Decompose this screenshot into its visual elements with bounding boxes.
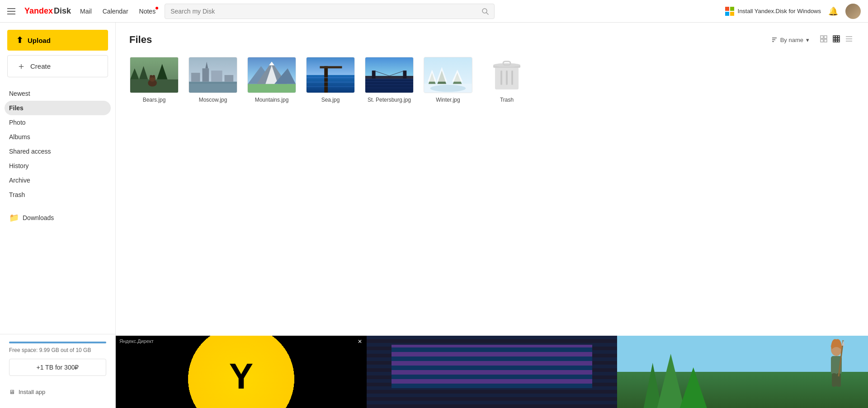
logo-yandex: Yandex: [24, 6, 53, 16]
svg-rect-51: [307, 86, 354, 87]
sidebar-item-shared[interactable]: Shared access: [0, 144, 115, 159]
moscow-thumbnail-svg: [189, 57, 237, 93]
svg-rect-16: [835, 40, 837, 42]
file-item[interactable]: Winter.jpg: [423, 57, 473, 103]
file-item[interactable]: Sea.jpg: [306, 57, 355, 103]
svg-rect-35: [225, 75, 234, 82]
install-app-icon: 🖥: [9, 389, 15, 395]
create-button[interactable]: ＋ Create: [7, 55, 108, 77]
svg-rect-6: [824, 36, 827, 38]
file-item-trash[interactable]: Trash: [482, 57, 532, 103]
file-item[interactable]: Mountains.jpg: [247, 57, 297, 103]
svg-rect-13: [835, 38, 837, 40]
sidebar-item-newest[interactable]: Newest: [0, 86, 115, 101]
logo[interactable]: Yandex Disk: [24, 6, 71, 16]
sidebar-item-albums[interactable]: Albums: [0, 130, 115, 144]
svg-marker-87: [680, 367, 707, 408]
svg-point-71: [430, 85, 466, 92]
svg-point-28: [150, 75, 152, 78]
upgrade-button[interactable]: +1 TB for 300₽: [9, 359, 106, 376]
sidebar-item-photo[interactable]: Photo: [0, 115, 115, 130]
file-name: Moscow.jpg: [199, 97, 227, 103]
svg-rect-81: [832, 373, 836, 387]
large-grid-icon: [820, 35, 827, 42]
game-character-icon: [818, 336, 854, 408]
nav-calendar[interactable]: Calendar: [103, 8, 128, 15]
svg-line-1: [486, 13, 488, 14]
ad-banner-3: Яндекс.Директ ✕: [617, 336, 868, 408]
folders-section: 📁 Downloads: [0, 209, 115, 226]
sidebar-item-files[interactable]: Files: [0, 101, 115, 115]
file-name: Trash: [500, 97, 514, 103]
ad-banner-1: Яндекс.Директ ✕ Y: [116, 336, 367, 408]
logo-disk: Disk: [54, 6, 71, 16]
svg-rect-8: [824, 39, 827, 42]
file-name: Mountains.jpg: [255, 97, 289, 103]
sort-arrow: ▾: [806, 37, 809, 43]
stpetersburg-thumbnail-svg: [365, 57, 413, 93]
svg-rect-11: [838, 36, 840, 38]
file-thumbnail: [424, 57, 472, 93]
install-windows-button[interactable]: Install Yandex.Disk for Windows: [725, 7, 821, 16]
install-app-link[interactable]: 🖥 Install app: [0, 383, 115, 401]
trash-icon-container: [482, 57, 531, 93]
svg-rect-5: [821, 36, 823, 38]
top-nav: Mail Calendar Notes: [80, 8, 156, 15]
small-grid-btn[interactable]: [831, 33, 842, 46]
svg-rect-55: [372, 70, 376, 79]
file-thumbnail: [365, 57, 414, 93]
bears-thumbnail-svg: [130, 57, 178, 93]
ad-banner-2: Яндекс.Директ ✕: [367, 336, 618, 408]
file-item[interactable]: Moscow.jpg: [188, 57, 238, 103]
upload-arrow-icon: ⬆: [16, 35, 23, 45]
main-content: Files By name ▾: [116, 23, 868, 408]
install-label: Install Yandex.Disk for Windows: [738, 8, 821, 14]
svg-rect-7: [821, 39, 823, 42]
svg-rect-34: [211, 70, 222, 82]
svg-rect-17: [838, 40, 840, 42]
file-name: Winter.jpg: [436, 97, 460, 103]
sidebar-item-trash[interactable]: Trash: [0, 188, 115, 202]
search-input[interactable]: [170, 8, 481, 15]
folder-icon: 📁: [9, 213, 19, 223]
trash-icon: [493, 59, 520, 91]
large-grid-btn[interactable]: [818, 33, 829, 46]
svg-rect-14: [838, 38, 840, 40]
plus-icon: ＋: [17, 60, 26, 72]
app-header: Yandex Disk Mail Calendar Notes Install …: [0, 0, 868, 23]
folder-downloads[interactable]: 📁 Downloads: [0, 209, 115, 226]
content-header: Files By name ▾: [129, 33, 854, 46]
file-thumbnail: [130, 57, 179, 93]
svg-rect-50: [307, 82, 354, 83]
svg-rect-76: [506, 70, 508, 85]
sidebar-item-history[interactable]: History: [0, 159, 115, 173]
list-view-btn[interactable]: [844, 33, 854, 46]
sort-button[interactable]: By name ▾: [768, 35, 813, 45]
svg-rect-37: [189, 84, 237, 93]
ad-close-1[interactable]: ✕: [356, 338, 364, 346]
nav-notes[interactable]: Notes: [139, 8, 156, 15]
file-name: St. Petersburg.jpg: [368, 97, 411, 103]
svg-rect-9: [833, 36, 835, 38]
avatar[interactable]: [845, 4, 861, 19]
view-toggle: [818, 33, 854, 46]
file-item[interactable]: St. Petersburg.jpg: [364, 57, 414, 103]
page-title: Files: [129, 34, 152, 46]
sort-icon: [771, 37, 778, 42]
notifications-bell[interactable]: 🔔: [828, 6, 838, 16]
ad-section: Яндекс.Директ ✕ Y Яндекс.Директ ✕ Яндекс…: [116, 336, 868, 408]
sea-thumbnail-svg: [307, 57, 354, 93]
sidebar-item-archive[interactable]: Archive: [0, 173, 115, 188]
hamburger-menu[interactable]: [7, 8, 15, 14]
svg-rect-49: [307, 77, 354, 78]
sort-label: By name: [780, 37, 803, 43]
upload-button[interactable]: ⬆ Upload: [7, 30, 108, 51]
create-label: Create: [30, 62, 51, 70]
sidebar-nav: Newest Files Photo Albums Shared access …: [0, 86, 115, 202]
svg-rect-48: [320, 66, 342, 68]
file-item[interactable]: Bears.jpg: [129, 57, 179, 103]
mountains-thumbnail-svg: [248, 57, 296, 93]
search-icon: [481, 8, 489, 15]
file-thumbnail: [189, 57, 237, 93]
nav-mail[interactable]: Mail: [80, 8, 92, 15]
